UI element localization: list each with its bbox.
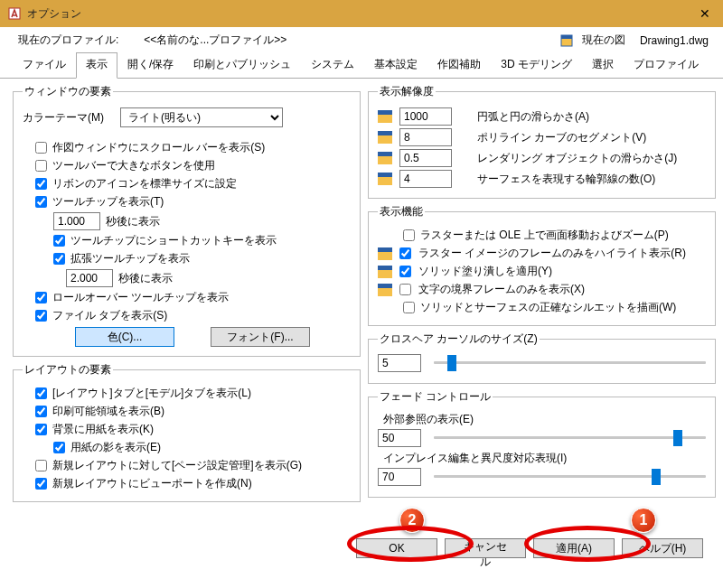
- window-elements-legend: ウィンドウの要素: [23, 84, 113, 99]
- tab-plot[interactable]: 印刷とパブリッシュ: [183, 52, 301, 79]
- dwg-icon: [378, 131, 392, 144]
- title-bar: オプション ✕: [0, 0, 723, 27]
- contour-lines-label: サーフェスを表現する輪郭線の数(O): [477, 172, 655, 187]
- rollover-label: ロールオーバー ツールチップを表示: [52, 290, 351, 305]
- svg-rect-16: [378, 284, 392, 288]
- fade-control-legend: フェード コントロール: [378, 389, 493, 405]
- dwg-icon: [378, 152, 392, 164]
- color-theme-select[interactable]: ライト(明るい): [120, 107, 283, 127]
- contour-lines-input[interactable]: [399, 170, 452, 188]
- dwg-icon: [378, 284, 392, 296]
- page-setup-checkbox[interactable]: [35, 460, 47, 471]
- print-area-label: 印刷可能領域を表示(B): [52, 404, 351, 419]
- display-performance-legend: 表示機能: [378, 204, 425, 219]
- ok-button[interactable]: OK: [356, 538, 437, 558]
- display-resolution-group: 表示解像度 円弧と円の滑らかさ(A) ポリライン カーブのセグメント(V) レン…: [368, 84, 716, 199]
- annotation-marker-1: 1: [631, 508, 656, 533]
- cancel-button[interactable]: キャンセル: [445, 538, 526, 558]
- tooltip-delay-input[interactable]: [53, 212, 100, 230]
- colors-button[interactable]: 色(C)...: [75, 327, 174, 347]
- big-buttons-label: ツールバーで大きなボタンを使用: [52, 158, 351, 173]
- arc-smooth-input[interactable]: [399, 107, 452, 126]
- tab-profiles[interactable]: プロファイル: [624, 52, 709, 79]
- profile-label: 現在のプロファイル:: [18, 33, 118, 48]
- tooltip-checkbox[interactable]: [35, 196, 47, 208]
- display-resolution-legend: 表示解像度: [378, 84, 436, 99]
- tooltip-shortcut-checkbox[interactable]: [53, 235, 65, 247]
- profile-row: 現在のプロファイル: <<名前のな...プロファイル>> 現在の図 Drawin…: [0, 27, 723, 50]
- tab-display[interactable]: 表示: [76, 52, 117, 79]
- render-smooth-label: レンダリング オブジェクトの滑らかさ(J): [477, 151, 677, 166]
- help-button[interactable]: ヘルプ(H): [622, 538, 703, 558]
- svg-rect-14: [378, 266, 392, 270]
- footer: 2 1 OK キャンセル 適用(A) ヘルプ(H): [0, 502, 723, 567]
- tab-file[interactable]: ファイル: [13, 52, 76, 79]
- polyline-seg-input[interactable]: [399, 128, 452, 146]
- solid-fill-label: ソリッド塗り潰しを適用(Y): [418, 264, 706, 279]
- filetabs-checkbox[interactable]: [35, 310, 47, 322]
- tab-3d[interactable]: 3D モデリング: [491, 52, 582, 79]
- text-boundary-checkbox[interactable]: [399, 284, 411, 295]
- dwg-icon: [378, 266, 392, 278]
- std-icons-checkbox[interactable]: [35, 178, 47, 190]
- layout-elements-group: レイアウトの要素 [レイアウト]タブと[モデル]タブを表示(L) 印刷可能領域を…: [13, 362, 361, 502]
- tab-open-save[interactable]: 開く/保存: [117, 52, 183, 79]
- filetabs-label: ファイル タブを表示(S): [52, 308, 351, 323]
- close-icon[interactable]: ✕: [694, 6, 716, 21]
- fade-control-group: フェード コントロール 外部参照の表示(E) インプレイス編集と異尺度対応表現(…: [368, 389, 716, 498]
- tooltip-shortcut-label: ツールチップにショートカットキーを表示: [70, 233, 351, 248]
- paper-bg-checkbox[interactable]: [35, 424, 47, 435]
- viewport-label: 新規レイアウトにビューポートを作成(N): [52, 476, 351, 491]
- tooltip-ext-delay-label: 秒後に表示: [118, 271, 173, 286]
- window-title: オプション: [27, 6, 694, 22]
- xref-fade-slider[interactable]: [434, 430, 706, 446]
- crosshair-slider[interactable]: [434, 355, 706, 371]
- pan-zoom-label: ラスターまたは OLE 上で画面移動およびズーム(P): [420, 228, 706, 243]
- tab-drafting[interactable]: 作図補助: [427, 52, 491, 79]
- tooltip-ext-checkbox[interactable]: [53, 253, 65, 265]
- layout-model-label: [レイアウト]タブと[モデル]タブを表示(L): [52, 386, 351, 401]
- profile-value: <<名前のな...プロファイル>>: [144, 33, 286, 48]
- layout-model-checkbox[interactable]: [35, 387, 47, 399]
- crosshair-group: クロスヘア カーソルのサイズ(Z): [368, 331, 716, 384]
- inplace-fade-input[interactable]: [378, 468, 421, 486]
- tabs: ファイル 表示 開く/保存 印刷とパブリッシュ システム 基本設定 作図補助 3…: [0, 51, 723, 79]
- svg-rect-4: [378, 110, 392, 115]
- viewport-checkbox[interactable]: [35, 478, 47, 490]
- silhouette-checkbox[interactable]: [403, 302, 415, 313]
- render-smooth-input[interactable]: [399, 149, 452, 167]
- inplace-fade-slider[interactable]: [434, 469, 706, 485]
- tooltip-label: ツールチップを表示(T): [52, 194, 351, 210]
- tooltip-ext-label: 拡張ツールチップを表示: [70, 251, 351, 266]
- svg-rect-10: [378, 173, 392, 177]
- svg-rect-6: [378, 131, 392, 135]
- text-boundary-label: 文字の境界フレームのみを表示(X): [418, 282, 706, 297]
- std-icons-label: リボンのアイコンを標準サイズに設定: [52, 176, 351, 191]
- tooltip-ext-delay-input[interactable]: [66, 269, 113, 287]
- fonts-button[interactable]: フォント(F)...: [211, 327, 310, 347]
- tooltip-delay-label: 秒後に表示: [106, 214, 160, 229]
- print-area-checkbox[interactable]: [35, 406, 47, 417]
- svg-rect-2: [561, 35, 572, 39]
- paper-shadow-checkbox[interactable]: [53, 442, 65, 453]
- arc-smooth-label: 円弧と円の滑らかさ(A): [477, 109, 589, 125]
- paper-bg-label: 背景に用紙を表示(K): [52, 422, 351, 437]
- solid-fill-checkbox[interactable]: [399, 266, 411, 277]
- pan-zoom-checkbox[interactable]: [403, 229, 415, 241]
- xref-fade-input[interactable]: [378, 429, 421, 447]
- scrollbar-checkbox[interactable]: [35, 142, 47, 154]
- tab-preferences[interactable]: 基本設定: [364, 52, 427, 79]
- paper-shadow-label: 用紙の影を表示(E): [70, 440, 351, 455]
- tab-selection[interactable]: 選択: [582, 52, 624, 79]
- current-drawing-label: 現在の図: [582, 33, 625, 48]
- tab-system[interactable]: システム: [301, 52, 364, 79]
- dwg-icon: [378, 247, 392, 260]
- rollover-checkbox[interactable]: [35, 292, 47, 303]
- raster-frame-checkbox[interactable]: [399, 247, 411, 259]
- dwg-icon: [378, 110, 392, 123]
- crosshair-input[interactable]: [378, 354, 421, 372]
- inplace-fade-label: インプレイス編集と異尺度対応表現(I): [383, 451, 706, 466]
- apply-button[interactable]: 適用(A): [533, 538, 615, 558]
- big-buttons-checkbox[interactable]: [35, 160, 47, 172]
- page-setup-label: 新規レイアウトに対して[ページ設定管理]を表示(G): [52, 458, 351, 473]
